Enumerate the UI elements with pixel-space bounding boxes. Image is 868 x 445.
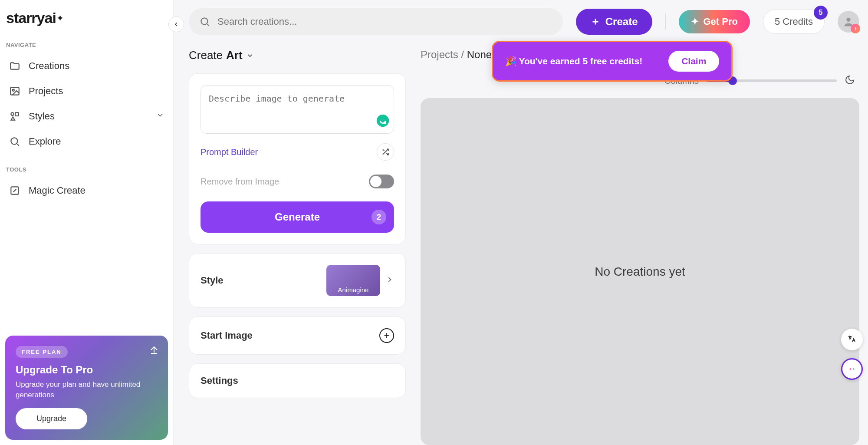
style-thumbnail: Animagine <box>326 265 380 296</box>
chevron-right-icon <box>385 275 394 286</box>
heading-pre: Create <box>189 49 223 62</box>
creations-canvas: No Creations yet <box>421 98 859 445</box>
claim-button[interactable]: Claim <box>668 51 719 72</box>
svg-point-10 <box>853 368 855 370</box>
svg-rect-3 <box>15 112 19 116</box>
floating-actions <box>841 329 863 380</box>
credits-text: 5 Credits <box>775 16 813 27</box>
svg-point-2 <box>11 112 13 115</box>
svg-point-7 <box>846 18 850 22</box>
folder-icon <box>9 60 21 72</box>
nav-label: Explore <box>29 136 61 147</box>
upgrade-description: Upgrade your plan and have unlimited gen… <box>16 379 158 400</box>
credits-badge: 5 <box>814 6 828 20</box>
chevron-down-icon <box>156 111 164 122</box>
settings-label: Settings <box>201 375 238 386</box>
sidebar-item-projects[interactable]: Projects <box>5 79 168 104</box>
svg-point-9 <box>850 368 852 370</box>
plus-icon: + <box>851 24 860 33</box>
wand-icon <box>9 185 21 197</box>
generate-label: Generate <box>275 211 320 223</box>
nav-label: Magic Create <box>29 185 85 196</box>
svg-point-4 <box>11 138 17 144</box>
sidebar-item-explore[interactable]: Explore <box>5 129 168 154</box>
style-label: Style <box>201 275 224 286</box>
collapse-sidebar-button[interactable] <box>168 16 184 32</box>
start-image-card[interactable]: Start Image + <box>189 316 406 355</box>
breadcrumb-current: None <box>467 49 492 60</box>
sidebar: starryai ✦ NAVIGATE Creations Projects S… <box>0 0 174 445</box>
breadcrumb-root: Projects <box>421 49 458 60</box>
prompt-builder-link[interactable]: Prompt Builder <box>201 147 258 157</box>
sparkle-icon: ✦ <box>57 13 63 23</box>
svg-point-8 <box>377 115 389 127</box>
credits-pill[interactable]: 5 Credits 5 <box>763 10 825 34</box>
style-name: Animagine <box>338 286 369 293</box>
assistant-button[interactable] <box>841 358 863 380</box>
plan-badge: FREE PLAN <box>16 346 68 358</box>
sidebar-item-styles[interactable]: Styles <box>5 104 168 129</box>
image-icon <box>9 85 21 97</box>
get-pro-button[interactable]: ✦ Get Pro <box>679 10 750 33</box>
create-button[interactable]: Create <box>576 9 653 35</box>
create-heading[interactable]: Create Art <box>189 49 406 62</box>
create-label: Create <box>605 16 638 28</box>
empty-state-text: No Creations yet <box>595 265 685 279</box>
search-icon <box>199 16 210 27</box>
search-input[interactable] <box>217 16 552 27</box>
main: Create Art Prompt Builder Remove from Im… <box>189 49 859 445</box>
create-panel: Create Art Prompt Builder Remove from Im… <box>189 49 406 445</box>
brand-text: starryai <box>6 10 56 26</box>
prompt-input[interactable] <box>209 93 386 119</box>
svg-point-6 <box>201 18 207 24</box>
upgrade-button[interactable]: Upgrade <box>16 408 87 429</box>
add-start-image-button[interactable]: + <box>379 328 394 343</box>
toast-text: 🎉 You've earned 5 free credits! <box>505 56 642 66</box>
sidebar-item-creations[interactable]: Creations <box>5 53 168 79</box>
chevron-down-icon <box>246 52 254 59</box>
generate-cost-badge: 2 <box>372 210 386 224</box>
generate-button[interactable]: Generate 2 <box>201 201 394 233</box>
header: Create ✦ Get Pro 5 Credits 5 + <box>189 6 859 37</box>
credits-toast: 🎉 You've earned 5 free credits! Claim <box>492 41 733 82</box>
settings-card[interactable]: Settings <box>189 363 406 398</box>
shapes-icon <box>9 110 21 122</box>
remove-toggle[interactable] <box>369 175 394 188</box>
sparkle-icon: ✦ <box>691 16 699 27</box>
tools-section-label: TOOLS <box>5 166 168 173</box>
search-box[interactable] <box>189 8 563 35</box>
avatar[interactable]: + <box>838 11 859 33</box>
upgrade-title: Upgrade To Pro <box>16 364 158 376</box>
svg-point-1 <box>13 89 14 91</box>
style-card[interactable]: Style Animagine <box>189 253 406 308</box>
sidebar-item-magic-create[interactable]: Magic Create <box>5 178 168 203</box>
gallery-panel: Projects / None 🎉 You've earned 5 free c… <box>421 49 859 445</box>
nav-label: Styles <box>29 111 55 122</box>
upgrade-card: FREE PLAN Upgrade To Pro Upgrade your pl… <box>5 336 168 440</box>
start-image-label: Start Image <box>201 330 253 341</box>
grammarly-icon <box>375 113 390 130</box>
get-pro-label: Get Pro <box>703 16 737 27</box>
nav-label: Projects <box>29 86 63 97</box>
divider <box>665 13 666 30</box>
brand-logo[interactable]: starryai ✦ <box>5 10 168 26</box>
navigate-section-label: NAVIGATE <box>5 42 168 48</box>
remove-from-image-label: Remove from Image <box>201 177 279 187</box>
translate-button[interactable] <box>841 329 863 350</box>
upload-icon <box>149 344 159 356</box>
nav-label: Creations <box>29 60 69 72</box>
shuffle-button[interactable] <box>377 143 394 161</box>
search-icon <box>9 135 21 148</box>
dark-mode-toggle[interactable] <box>845 75 855 87</box>
prompt-area[interactable] <box>201 85 394 134</box>
prompt-card: Prompt Builder Remove from Image Generat… <box>189 73 406 244</box>
heading-bold: Art <box>226 49 243 62</box>
